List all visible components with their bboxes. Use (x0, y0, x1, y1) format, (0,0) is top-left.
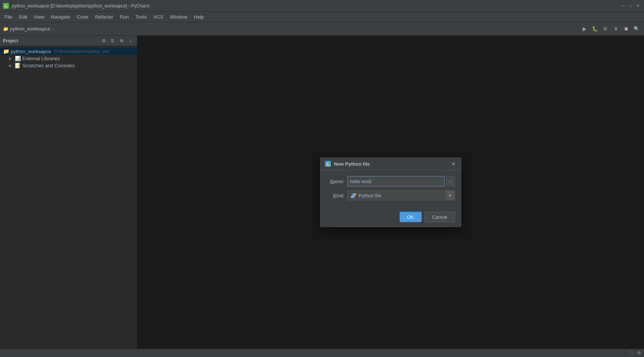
svg-text:py: py (351, 195, 354, 198)
menu-tools[interactable]: Tools (133, 13, 150, 20)
dialog-title-bar: 🐍 New Python file ✕ (321, 158, 461, 170)
menu-vcs[interactable]: VCS (150, 13, 166, 20)
dialog: 🐍 New Python file ✕ Name: ↑↓ (320, 158, 461, 227)
sidebar-item-external-libraries[interactable]: ▶ 📊 External Libraries (6, 55, 137, 62)
kind-dropdown-arrow[interactable]: ▼ (446, 190, 455, 201)
kind-select-content: py Python file (348, 192, 446, 198)
kind-value-text: Python file (359, 193, 381, 198)
cancel-button[interactable]: Cancel (425, 212, 455, 222)
kind-row: Kind: py (326, 190, 455, 201)
external-libraries-label: External Libraries (22, 56, 60, 61)
menu-run[interactable]: Run (117, 13, 132, 20)
menu-edit[interactable]: Edit (16, 13, 30, 20)
sidebar-header: Project ⚙ ⇅ ⚙ ↕ (0, 36, 137, 46)
menu-window[interactable]: Window (167, 13, 190, 20)
breadcrumb-arrow: › (52, 26, 53, 32)
title-bar: 🐍 python_worksapce [D:\develop\python\py… (0, 0, 644, 12)
kind-input-wrapper: py Python file ▼ (347, 190, 455, 201)
dialog-body: Name: ↑↓ Kind: (321, 170, 461, 209)
project-path-label: D:\develop\python\python_wor (54, 49, 109, 53)
menu-bar: File Edit View Navigate Code Refactor Ru… (0, 12, 644, 22)
dialog-footer: OK Cancel (321, 209, 461, 227)
main-content: Search Everywhere Double Shift 🐍 New Pyt… (137, 36, 644, 349)
sidebar-expand-icon[interactable]: ⇅ (109, 37, 116, 45)
menu-refactor[interactable]: Refactor (92, 13, 116, 20)
restore-button[interactable]: □ (628, 3, 634, 9)
scratch-icon: 📝 (15, 63, 21, 68)
name-label-text: Name: (330, 179, 344, 184)
stop-button[interactable]: ⏹ (622, 25, 631, 33)
debug-button[interactable]: 🐛 (591, 25, 599, 33)
library-icon: 📊 (15, 56, 21, 61)
sidebar-item-project[interactable]: 📁 python_worksapce D:\develop\python\pyt… (0, 48, 137, 55)
name-input[interactable] (347, 176, 445, 186)
coverage-button[interactable]: ⚙ (601, 25, 610, 33)
kind-select[interactable]: py Python file ▼ (347, 190, 455, 201)
status-right: ⬛ ⚙ (629, 351, 641, 356)
dialog-title: New Python file (334, 161, 448, 167)
sidebar-settings-icon[interactable]: ⚙ (100, 37, 107, 45)
window-controls: — □ ✕ (620, 3, 641, 9)
python-file-icon: py (351, 192, 357, 198)
kind-label-text: Kind: (333, 193, 344, 198)
expand-arrow-icon: ▶ (9, 56, 13, 61)
run-button[interactable]: ▶ (580, 25, 589, 33)
ok-button[interactable]: OK (400, 212, 422, 222)
status-layout-icon[interactable]: ⬛ (629, 351, 634, 356)
toolbar-actions: ▶ 🐛 ⚙ ⏸ ⏹ 🔍 (580, 25, 641, 33)
dialog-close-button[interactable]: ✕ (451, 161, 456, 167)
scratches-label: Scratches and Consoles (22, 63, 75, 68)
menu-file[interactable]: File (1, 13, 15, 20)
close-button[interactable]: ✕ (635, 3, 641, 9)
minimize-button[interactable]: — (620, 3, 626, 9)
sidebar-gear-icon[interactable]: ⚙ (118, 37, 125, 45)
sidebar-content: 📁 python_worksapce D:\develop\python\pyt… (0, 46, 137, 349)
sort-button[interactable]: ↑↓ (446, 176, 455, 186)
sidebar-item-scratches[interactable]: ▶ 📝 Scratches and Consoles (6, 62, 137, 69)
name-row: Name: ↑↓ (326, 176, 455, 186)
kind-label: Kind: (326, 193, 344, 198)
status-bar: ⬛ ⚙ (0, 349, 644, 357)
folder-icon: 📁 (3, 48, 9, 54)
search-button[interactable]: 🔍 (632, 25, 641, 33)
svg-point-3 (354, 193, 356, 195)
new-python-file-icon: 🐍 (325, 161, 331, 167)
toolbar: 📁 python_worksapce › ▶ 🐛 ⚙ ⏸ ⏹ 🔍 (0, 22, 644, 36)
name-label: Name: (326, 179, 344, 184)
profile-button[interactable]: ⏸ (611, 25, 620, 33)
menu-view[interactable]: View (31, 13, 47, 20)
menu-help[interactable]: Help (191, 13, 207, 20)
main-layout: Project ⚙ ⇅ ⚙ ↕ 📁 python_worksapce D:\de… (0, 36, 644, 349)
modal-overlay: 🐍 New Python file ✕ Name: ↑↓ (137, 36, 644, 349)
project-name-label: python_worksapce (11, 49, 51, 54)
window-title: python_worksapce [D:\develop\python\pyth… (12, 3, 620, 9)
toolbar-breadcrumb: 📁 python_worksapce › (3, 26, 579, 32)
status-power-icon[interactable]: ⚙ (637, 351, 641, 356)
sidebar: Project ⚙ ⇅ ⚙ ↕ 📁 python_worksapce D:\de… (0, 36, 137, 349)
menu-code[interactable]: Code (74, 13, 91, 20)
sidebar-collapse-icon[interactable]: ↕ (127, 37, 134, 45)
breadcrumb-project[interactable]: python_worksapce (10, 26, 50, 32)
app-icon: 🐍 (3, 3, 9, 9)
menu-navigate[interactable]: Navigate (48, 13, 73, 20)
sidebar-title: Project (3, 38, 98, 43)
expand-arrow-scratches-icon: ▶ (9, 64, 13, 68)
name-input-wrapper: ↑↓ (347, 176, 455, 186)
svg-text:🐍: 🐍 (326, 162, 331, 166)
